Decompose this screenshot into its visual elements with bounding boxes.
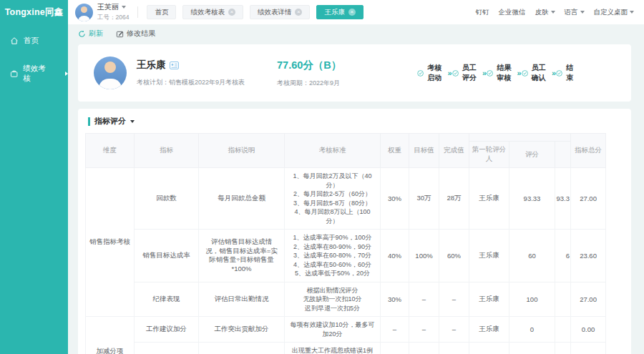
col-round-group [469,134,571,142]
col-dimension: 维度 [86,134,135,168]
dingtalk-link[interactable]: 钉钉 [476,8,489,17]
link-label: 皮肤 [535,8,549,17]
home-icon [10,36,19,45]
criteria-cell: 1、每月回款2万及以下（40分） 2、每月回款2-5万（60分） 3、每月回款5… [285,168,381,230]
sidebar: 首页 绩效考核 [0,24,68,354]
close-icon[interactable]: × [228,9,235,16]
criteria-cell: 1、达成率高于90%，100分 2、达成率在80-90%，90分 3、达成率在6… [285,230,381,282]
sidebar-item-label: 首页 [24,36,39,46]
modify-result-label: 修改结果 [127,29,155,39]
criteria-cell: 根据出勤情况评分 无故缺勤一次扣10分 迟到早退一次扣5分 [285,282,381,317]
appraisal-period: 考核周期：2022年9月 [277,79,411,88]
completion-cell: – [439,343,469,354]
user-name: 王芙丽 [97,2,119,12]
description-cell: 每月回款总金额 [199,168,285,230]
table-row-jianyi-jiafen: 加减分项 工作建议加分 工作突出贡献加分 每项有效建议加10分，最多可加20分 … [86,317,606,343]
modify-result-button[interactable]: 修改结果 [116,29,155,39]
top-bar: Tongxine同鑫 王芙丽 工号：2064 首页 绩效考核表 × 绩效表详情 … [0,0,644,24]
scorer-cell: 王乐康 [469,282,509,317]
col-weight: 权重 [381,134,409,168]
total-score-badge: 77.60分（B） [277,59,411,72]
target-cell: – [409,282,439,317]
profile-card: 王乐康 考核计划：销售模板2022年9月考核表 77.60分（B） 考核周期：2… [78,44,631,102]
indicator-total-cell: 27.00 [571,168,606,230]
sidebar-item-home[interactable]: 首页 [0,24,68,57]
refresh-button[interactable]: 刷新 [78,29,103,39]
edit-icon [116,30,124,38]
indicator-cell: 重大失误扣分 [135,343,199,354]
language-dropdown[interactable]: 语言 [565,8,585,17]
step-label: 员工评分 [462,63,482,83]
close-icon[interactable]: × [348,9,356,16]
target-cell: 30万 [409,168,439,230]
wecom-link[interactable]: 企业微信 [499,8,526,17]
tab-wanglekang-active[interactable]: 王乐康 × [316,5,364,19]
clipped-score-cell [555,343,571,354]
check-circle-icon [417,69,424,78]
indicator-total-cell: 0.00 [571,317,606,343]
step-label: 员工确认 [532,63,552,83]
user-employee-id: 工号：2064 [97,14,129,22]
collapse-caret-icon[interactable] [130,120,135,123]
check-circle-icon [452,69,459,78]
chevron-down-icon [630,11,634,14]
skin-dropdown[interactable]: 皮肤 [535,8,555,17]
score-cell: 0 [509,343,555,354]
table-row-dachenglv: 销售目标达成率 评估销售目标达成情况，销售目标达成率=实际销售量÷目标销售量*1… [86,230,606,282]
step-result-review: 结果审核 [487,63,517,83]
indicator-cell: 销售目标达成率 [135,230,199,282]
indicator-score-card: 指标评分 维度 指标 指标说明 考核标准 权重 目标值 完成值 指标 [78,109,631,354]
scorer-cell: 王乐康 [469,230,509,282]
indicator-cell: 纪律表现 [135,282,199,317]
tab-label: 绩效表详情 [258,8,292,17]
tab-label: 首页 [155,8,168,17]
sidebar-item-label: 绩效考核 [23,64,52,84]
user-avatar[interactable] [75,4,93,21]
briefcase-icon [10,69,18,78]
section-accent-bar [88,117,90,126]
user-menu[interactable]: 王芙丽 工号：2064 [75,2,129,22]
employee-avatar [94,56,127,89]
indicator-score-table: 维度 指标 指标说明 考核标准 权重 目标值 完成值 指标总分 第一轮评分人 评… [85,133,606,354]
clipped-score-cell: 6 [555,230,571,282]
chevron-down-icon[interactable] [122,6,126,9]
section-title: 指标评分 [94,116,126,127]
col-indicator: 指标 [135,134,199,168]
col-criteria: 考核标准 [285,134,381,168]
id-card-icon[interactable] [170,62,179,69]
custom-desktop-dropdown[interactable]: 自定义桌面 [594,8,635,17]
score-cell: 0 [509,317,555,343]
appraisal-plan: 考核计划：销售模板2022年9月考核表 [137,78,277,87]
divider [137,6,138,18]
tab-appraisal-table[interactable]: 绩效考核表 × [182,5,243,19]
description-cell: 工作失误，导致公司利益损失扣分 [199,343,285,354]
table-row-jilvbiaoxian: 纪律表现 评估日常出勤情况 根据出勤情况评分 无故缺勤一次扣10分 迟到早退一次… [86,282,606,317]
step-employee-scoring: 员工评分 [452,63,482,83]
chevron-down-icon [551,11,555,14]
check-circle-icon [556,69,562,78]
chevron-down-icon [580,11,585,14]
criteria-cell: 出现重大工作疏忽或错误1例扣10分，若给公司带来较大损失，1例扣20分，最多可扣… [285,343,381,354]
target-cell: 100% [409,230,439,282]
tab-label: 王乐康 [324,8,345,17]
section-header[interactable]: 指标评分 [88,116,624,127]
completion-cell: 60% [439,230,469,282]
completion-cell: – [439,317,469,343]
tab-table-detail[interactable]: 绩效表详情 × [250,5,311,19]
check-circle-icon [487,69,493,78]
tab-home[interactable]: 首页 [147,5,176,19]
close-icon[interactable]: × [295,9,302,16]
score-cell: 93.33 [509,168,555,230]
dimension-cell: 加减分项 [86,317,135,354]
description-cell: 评估销售目标达成情况，销售目标达成率=实际销售量÷目标销售量*100% [199,230,285,282]
indicator-total-cell: 0.00 [571,343,606,354]
col-description: 指标说明 [199,134,285,168]
dimension-cell: 销售指标考核 [86,168,135,317]
completion-cell: – [439,282,469,317]
col-clipped [555,142,571,168]
weight-cell: 30% [381,282,409,317]
sidebar-item-performance[interactable]: 绩效考核 [0,57,68,90]
tab-label: 绩效考核表 [190,8,225,17]
col-indicator-total: 指标总分 [571,134,606,168]
indicator-total-cell: 27.00 [571,282,606,317]
